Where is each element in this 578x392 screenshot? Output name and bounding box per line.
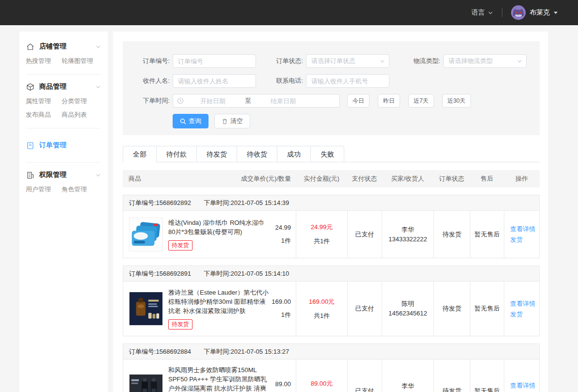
tab-success[interactable]: 成功 xyxy=(277,146,311,162)
product-image-wipes xyxy=(129,218,163,251)
document-icon xyxy=(26,141,34,150)
date-separator: 至 xyxy=(242,96,254,105)
order-status-select[interactable]: 请选择订单状态 xyxy=(306,54,389,68)
ship-link[interactable]: 发货 xyxy=(510,235,523,245)
logistics-type-label: 物流类型: xyxy=(408,57,440,65)
unit-price: 169.00 xyxy=(272,298,291,305)
contact-phone-input[interactable] xyxy=(306,74,389,88)
order-card: 订单编号:1568692884 下单时间:2021-07-05 15:13:27 xyxy=(123,344,540,392)
range-last7days-button[interactable]: 近7天 xyxy=(408,94,434,108)
order-time: 下单时间:2021-07-05 15:13:27 xyxy=(204,347,289,356)
clear-button[interactable]: 清空 xyxy=(214,114,250,128)
chevron-down-icon xyxy=(517,59,522,64)
order-status: 待发货 xyxy=(434,211,470,258)
order-time-label: 下单时间: xyxy=(137,96,170,105)
tab-pending-receipt[interactable]: 待收货 xyxy=(237,146,277,162)
sidebar-item-carousel-mgmt[interactable]: 轮播图管理 xyxy=(62,57,108,65)
product-title: 雅诗兰黛（Estee Lauder）第七代小棕瓶特润修护精华30ml 面部精华液… xyxy=(168,288,272,315)
after-sale-status: 暂无售后 xyxy=(470,282,504,336)
order-card-header: 订单编号:1568692884 下单时间:2021-07-05 15:13:27 xyxy=(123,344,539,360)
col-buyer: 买家/收货人 xyxy=(382,174,434,183)
magnifier-icon xyxy=(180,118,186,125)
view-detail-link[interactable]: 查看详情 xyxy=(510,224,535,234)
pay-status: 已支付 xyxy=(348,282,382,336)
main-content: 订单编号: 订单状态: 请选择订单状态 物流类型: 请选择物流类型 xyxy=(113,31,548,392)
sidebar-group-shop-mgmt[interactable]: 店铺管理 xyxy=(19,38,108,55)
pay-status: 已支付 xyxy=(348,211,382,258)
order-status-label: 订单状态: xyxy=(271,57,303,65)
tab-pending-payment[interactable]: 待付款 xyxy=(156,146,197,162)
sidebar-group-label: 商品管理 xyxy=(39,82,96,91)
buyer-phone: 13433322222 xyxy=(388,235,427,244)
paid-amount: 89.00元 xyxy=(311,379,333,388)
topbar: 语言 布莱克 xyxy=(0,0,578,25)
topbar-divider xyxy=(502,8,502,17)
search-button[interactable]: 查询 xyxy=(173,114,209,128)
order-card: 订单编号:1568692892 下单时间:2021-07-05 15:14:39 xyxy=(123,195,540,258)
receiver-name-input[interactable] xyxy=(173,74,256,88)
username: 布莱克 xyxy=(530,8,550,17)
tab-all[interactable]: 全部 xyxy=(123,146,157,162)
language-dropdown[interactable]: 语言 xyxy=(471,8,493,17)
order-card-header: 订单编号:1568692891 下单时间:2021-07-05 15:14:10 xyxy=(123,266,539,282)
sidebar-item-order-mgmt[interactable]: 订单管理 xyxy=(19,137,108,154)
sidebar-group-product-mgmt[interactable]: 商品管理 xyxy=(19,78,108,95)
end-date-input[interactable] xyxy=(254,97,312,105)
sidebar-item-hot-search-mgmt[interactable]: 热搜管理 xyxy=(26,57,62,65)
product-image-spray xyxy=(129,374,163,392)
order-card: 订单编号:1568692891 下单时间:2021-07-05 15:14:10 xyxy=(123,266,540,336)
cube-icon xyxy=(26,83,34,91)
sidebar-item-product-list[interactable]: 商品列表 xyxy=(62,110,108,119)
order-status-placeholder: 请选择订单状态 xyxy=(311,57,380,65)
quantity: 1件 xyxy=(281,311,291,319)
chevron-down-icon xyxy=(488,10,493,16)
order-card-header: 订单编号:1568692892 下单时间:2021-07-05 15:14:39 xyxy=(123,195,539,211)
home-icon xyxy=(26,43,34,51)
logistics-type-placeholder: 请选择物流类型 xyxy=(449,57,517,65)
sidebar-group-permission-mgmt[interactable]: 权限管理 xyxy=(19,167,108,183)
sidebar-item-attribute-mgmt[interactable]: 属性管理 xyxy=(26,97,62,106)
start-date-input[interactable] xyxy=(184,97,242,105)
paid-amount: 24.99元 xyxy=(311,223,333,232)
view-detail-link[interactable]: 查看详情 xyxy=(510,380,535,391)
product-image-serum xyxy=(129,292,163,326)
order-number: 订单编号:1568692892 xyxy=(129,199,191,207)
sidebar-group-label: 订单管理 xyxy=(39,141,101,150)
order-number: 订单编号:1568692891 xyxy=(129,269,191,278)
order-no-input[interactable] xyxy=(173,54,256,68)
range-today-button[interactable]: 今日 xyxy=(347,94,369,108)
clock-icon xyxy=(177,97,184,104)
sidebar-item-role-mgmt[interactable]: 角色管理 xyxy=(62,185,108,194)
order-time: 下单时间:2021-07-05 15:14:10 xyxy=(204,269,289,278)
table-header: 商品 成交单价(元)/数量 实付金额(元) 支付状态 买家/收货人 订单状态 售… xyxy=(123,170,540,188)
sidebar-group-label: 权限管理 xyxy=(39,171,96,179)
ship-link[interactable]: 发货 xyxy=(510,309,523,319)
sidebar-item-publish-product[interactable]: 发布商品 xyxy=(26,110,62,119)
status-tabs: 全部 待付款 待发货 待收货 成功 失败 xyxy=(123,146,540,162)
view-detail-link[interactable]: 查看详情 xyxy=(510,298,535,309)
user-menu[interactable]: 布莱克 xyxy=(511,5,558,20)
chevron-down-icon xyxy=(380,59,385,64)
contact-phone-label: 联系电话: xyxy=(271,77,303,85)
order-time-range-picker[interactable]: 至 xyxy=(173,94,340,108)
sidebar-item-user-mgmt[interactable]: 用户管理 xyxy=(26,185,62,194)
buyer-name: 李华 xyxy=(401,381,414,391)
col-unit-price-qty: 成交单价(元)/数量 xyxy=(241,174,291,183)
paid-count: 共1件 xyxy=(314,237,330,246)
sidebar-item-category-mgmt[interactable]: 分类管理 xyxy=(62,97,108,106)
sidebar-group-label: 店铺管理 xyxy=(39,42,96,51)
logistics-type-select[interactable]: 请选择物流类型 xyxy=(443,54,527,68)
filter-panel: 订单编号: 订单状态: 请选择订单状态 物流类型: 请选择物流类型 xyxy=(123,41,540,135)
pay-status: 已支付 xyxy=(348,360,382,392)
buyer-phone: 14562345612 xyxy=(388,309,427,318)
paid-amount: 169.00元 xyxy=(309,298,335,306)
caret-down-icon xyxy=(554,12,558,14)
range-yesterday-button[interactable]: 昨日 xyxy=(378,94,400,108)
trash-icon xyxy=(222,118,228,125)
range-last30days-button[interactable]: 近30天 xyxy=(442,94,471,108)
tab-pending-shipment[interactable]: 待发货 xyxy=(196,146,237,162)
order-time: 下单时间:2021-07-05 15:14:39 xyxy=(204,199,289,207)
product-status-tag: 待发货 xyxy=(168,319,193,329)
building-icon xyxy=(26,171,34,179)
tab-failed[interactable]: 失败 xyxy=(310,146,344,162)
